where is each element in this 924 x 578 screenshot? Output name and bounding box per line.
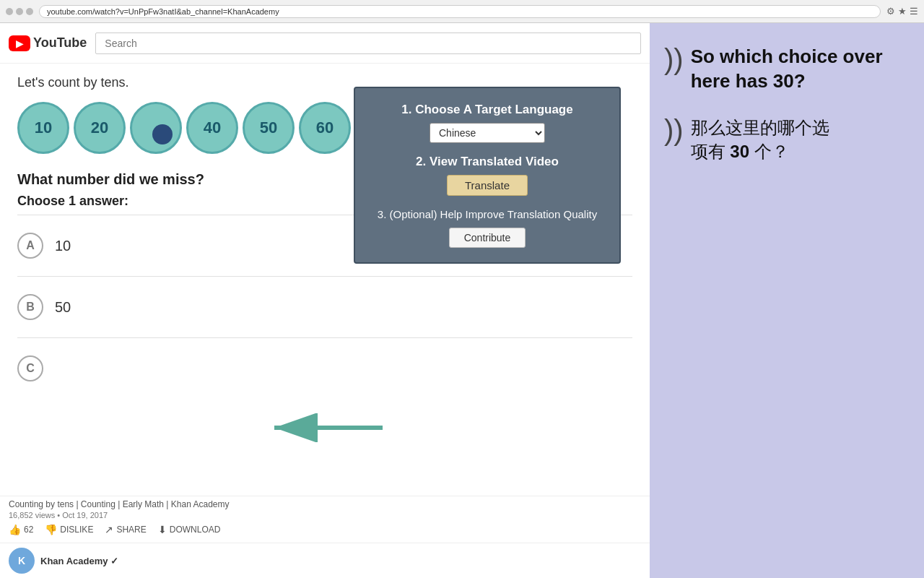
- download-icon: ⬇: [158, 524, 167, 535]
- chinese-audio-row: )) 那么这里的哪个选项有 30 个？: [664, 116, 910, 164]
- url-bar[interactable]: youtube.com/watch?v=UnPpFw3natI&ab_chann…: [39, 5, 881, 18]
- video-title: Counting by tens | Counting | Early Math…: [9, 499, 641, 509]
- forward-icon[interactable]: [16, 8, 23, 15]
- option-value-a: 10: [55, 238, 71, 254]
- arrow-graphic: [260, 413, 390, 442]
- option-value-b: 50: [55, 299, 71, 316]
- right-panel: )) So which choice over here has 30? )) …: [650, 23, 924, 578]
- main-content: ▶ YouTube Let's count by tens. 10 20 40 …: [0, 23, 924, 578]
- dislike-button[interactable]: 👎 DISLIKE: [45, 524, 93, 535]
- browser-bar: youtube.com/watch?v=UnPpFw3natI&ab_chann…: [0, 0, 924, 23]
- dislike-label: DISLIKE: [60, 525, 93, 535]
- menu-icon[interactable]: ☰: [910, 6, 918, 17]
- thumbs-down-icon: 👎: [45, 524, 57, 535]
- video-content: Let's count by tens. 10 20 40 50 60 What…: [0, 64, 650, 496]
- option-circle-c: C: [17, 355, 43, 381]
- circle-50: 50: [243, 102, 295, 154]
- circle-20: 20: [74, 102, 126, 154]
- channel-avatar: K: [9, 548, 35, 574]
- video-meta: 16,852 views • Oct 19, 2017: [9, 511, 641, 519]
- english-audio-row: )) So which choice over here has 30?: [664, 45, 910, 94]
- like-count: 62: [24, 525, 33, 535]
- answer-option-b[interactable]: B 50: [17, 282, 632, 332]
- answer-option-c[interactable]: C: [17, 344, 632, 393]
- language-select[interactable]: Chinese Spanish French German Japanese: [430, 123, 545, 143]
- overlay-step1-label: 1. Choose A Target Language: [367, 103, 608, 117]
- audio-icon-zh: )): [664, 116, 684, 144]
- share-icon: ↗: [105, 524, 113, 535]
- contribute-button[interactable]: Contribute: [449, 228, 526, 248]
- thumbs-up-icon: 👍: [9, 524, 21, 535]
- channel-name: Khan Academy ✓: [40, 556, 118, 566]
- circle-40: 40: [186, 102, 238, 154]
- audio-icon-en: )): [664, 45, 684, 74]
- yt-logo-text: YouTube: [33, 35, 87, 51]
- option-circle-a: A: [17, 233, 43, 259]
- share-label: SHARE: [116, 525, 146, 535]
- chinese-text: 那么这里的哪个选项有 30 个？: [691, 116, 829, 164]
- yt-actions: 👍 62 👎 DISLIKE ↗ SHARE ⬇ DOWNLOAD: [9, 519, 641, 540]
- divider-b: [17, 337, 632, 338]
- english-text: So which choice over here has 30?: [691, 45, 910, 94]
- bookmark-icon[interactable]: ★: [898, 6, 907, 17]
- yt-logo: ▶ YouTube: [9, 35, 87, 51]
- like-button[interactable]: 👍 62: [9, 524, 33, 535]
- search-input[interactable]: [95, 33, 641, 54]
- download-label: DOWNLOAD: [170, 525, 221, 535]
- circle-60: 60: [299, 102, 351, 154]
- translation-overlay: 1. Choose A Target Language Chinese Span…: [354, 87, 621, 264]
- overlay-step3-label: 3. (Optional) Help Improve Translation Q…: [367, 207, 608, 222]
- yt-logo-icon: ▶: [9, 35, 30, 51]
- translate-button[interactable]: Translate: [447, 175, 528, 196]
- arrow-row: [0, 405, 650, 451]
- download-button[interactable]: ⬇ DOWNLOAD: [158, 524, 221, 535]
- circle-30: [130, 102, 182, 154]
- youtube-area: ▶ YouTube Let's count by tens. 10 20 40 …: [0, 23, 650, 578]
- back-icon[interactable]: [6, 8, 13, 15]
- browser-nav-icons: [6, 8, 33, 15]
- yt-bottom-bar: Counting by tens | Counting | Early Math…: [0, 496, 650, 543]
- settings-icon[interactable]: ⚙: [886, 6, 895, 17]
- browser-right-icons: ⚙ ★ ☰: [886, 6, 918, 17]
- refresh-icon[interactable]: [26, 8, 33, 15]
- overlay-step2-label: 2. View Translated Video: [367, 155, 608, 169]
- channel-row: K Khan Academy ✓: [0, 543, 650, 578]
- verified-badge: ✓: [110, 556, 118, 566]
- share-button[interactable]: ↗ SHARE: [105, 524, 146, 535]
- option-circle-b: B: [17, 294, 43, 320]
- circle-10: 10: [17, 102, 69, 154]
- divider-a: [17, 276, 632, 277]
- channel-name-text: Khan Academy: [40, 556, 108, 566]
- yt-header: ▶ YouTube: [0, 23, 650, 64]
